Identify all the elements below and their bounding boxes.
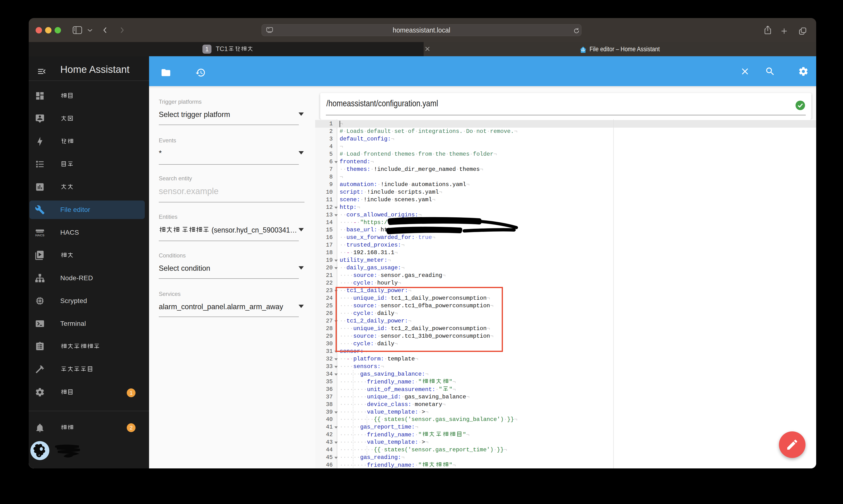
svg-text:HACS: HACS: [35, 234, 44, 237]
